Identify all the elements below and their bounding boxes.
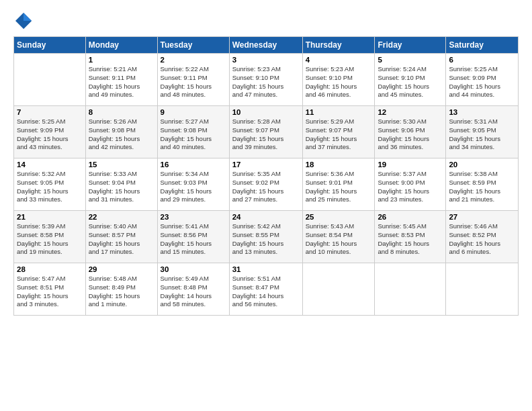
weekday-header-monday: Monday: [85, 37, 157, 54]
day-info: Sunrise: 5:45 AM Sunset: 8:53 PM Dayligh…: [378, 222, 443, 257]
day-number: 15: [89, 161, 154, 169]
day-info: Sunrise: 5:48 AM Sunset: 8:49 PM Dayligh…: [89, 275, 154, 309]
day-info: Sunrise: 5:49 AM Sunset: 8:48 PM Dayligh…: [161, 275, 226, 309]
day-info: Sunrise: 5:39 AM Sunset: 8:58 PM Dayligh…: [17, 222, 83, 257]
calendar-cell: 3Sunrise: 5:23 AM Sunset: 9:10 PM Daylig…: [229, 54, 302, 106]
day-number: 3: [232, 56, 300, 64]
calendar-cell: [14, 54, 86, 106]
day-info: Sunrise: 5:28 AM Sunset: 9:07 PM Dayligh…: [232, 118, 300, 152]
day-info: Sunrise: 5:23 AM Sunset: 9:10 PM Dayligh…: [306, 65, 372, 99]
day-info: Sunrise: 5:40 AM Sunset: 8:57 PM Dayligh…: [89, 222, 154, 257]
day-number: 17: [232, 161, 300, 169]
day-number: 30: [161, 265, 226, 273]
day-number: 12: [378, 108, 443, 116]
day-info: Sunrise: 5:26 AM Sunset: 9:08 PM Dayligh…: [89, 118, 154, 152]
day-info: Sunrise: 5:33 AM Sunset: 9:04 PM Dayligh…: [89, 170, 154, 204]
week-row-5: 28Sunrise: 5:47 AM Sunset: 8:51 PM Dayli…: [14, 263, 519, 316]
day-info: Sunrise: 5:22 AM Sunset: 9:11 PM Dayligh…: [161, 65, 226, 99]
calendar-cell: 22Sunrise: 5:40 AM Sunset: 8:57 PM Dayli…: [85, 211, 157, 263]
day-info: Sunrise: 5:31 AM Sunset: 9:05 PM Dayligh…: [449, 118, 515, 152]
calendar-cell: [446, 263, 519, 316]
day-info: Sunrise: 5:27 AM Sunset: 9:08 PM Dayligh…: [161, 118, 226, 152]
day-info: Sunrise: 5:42 AM Sunset: 8:55 PM Dayligh…: [232, 222, 300, 257]
day-number: 28: [17, 265, 83, 273]
calendar-cell: 17Sunrise: 5:35 AM Sunset: 9:02 PM Dayli…: [229, 158, 302, 211]
calendar-cell: [375, 263, 446, 316]
day-info: Sunrise: 5:46 AM Sunset: 8:52 PM Dayligh…: [449, 222, 515, 257]
day-number: 22: [89, 213, 154, 221]
calendar-cell: 9Sunrise: 5:27 AM Sunset: 9:08 PM Daylig…: [157, 106, 229, 158]
calendar-cell: 6Sunrise: 5:25 AM Sunset: 9:09 PM Daylig…: [446, 54, 519, 106]
week-row-2: 7Sunrise: 5:25 AM Sunset: 9:09 PM Daylig…: [14, 106, 519, 158]
day-number: 25: [306, 213, 372, 221]
weekday-header-sunday: Sunday: [14, 37, 86, 54]
weekday-header-row: SundayMondayTuesdayWednesdayThursdayFrid…: [14, 37, 519, 54]
calendar-table: SundayMondayTuesdayWednesdayThursdayFrid…: [13, 36, 519, 316]
day-info: Sunrise: 5:23 AM Sunset: 9:10 PM Dayligh…: [232, 65, 300, 99]
weekday-header-thursday: Thursday: [302, 37, 375, 54]
day-info: Sunrise: 5:24 AM Sunset: 9:10 PM Dayligh…: [378, 65, 443, 99]
day-number: 27: [449, 213, 515, 221]
weekday-header-friday: Friday: [375, 37, 446, 54]
calendar-cell: 8Sunrise: 5:26 AM Sunset: 9:08 PM Daylig…: [85, 106, 157, 158]
day-number: 2: [161, 56, 226, 64]
header: [13, 11, 519, 31]
day-info: Sunrise: 5:32 AM Sunset: 9:05 PM Dayligh…: [17, 170, 83, 204]
day-info: Sunrise: 5:21 AM Sunset: 9:11 PM Dayligh…: [89, 65, 154, 99]
calendar-cell: 28Sunrise: 5:47 AM Sunset: 8:51 PM Dayli…: [14, 263, 86, 316]
day-number: 16: [161, 161, 226, 169]
calendar-cell: 19Sunrise: 5:37 AM Sunset: 9:00 PM Dayli…: [375, 158, 446, 211]
day-number: 23: [161, 213, 226, 221]
week-row-1: 1Sunrise: 5:21 AM Sunset: 9:11 PM Daylig…: [14, 54, 519, 106]
calendar-cell: 21Sunrise: 5:39 AM Sunset: 8:58 PM Dayli…: [14, 211, 86, 263]
logo: [13, 11, 36, 31]
day-number: 13: [449, 108, 515, 116]
week-row-3: 14Sunrise: 5:32 AM Sunset: 9:05 PM Dayli…: [14, 158, 519, 211]
calendar-cell: 13Sunrise: 5:31 AM Sunset: 9:05 PM Dayli…: [446, 106, 519, 158]
calendar-cell: [302, 263, 375, 316]
calendar-cell: 5Sunrise: 5:24 AM Sunset: 9:10 PM Daylig…: [375, 54, 446, 106]
calendar-cell: 15Sunrise: 5:33 AM Sunset: 9:04 PM Dayli…: [85, 158, 157, 211]
calendar-cell: 29Sunrise: 5:48 AM Sunset: 8:49 PM Dayli…: [85, 263, 157, 316]
calendar-cell: 31Sunrise: 5:51 AM Sunset: 8:47 PM Dayli…: [229, 263, 302, 316]
calendar-cell: 11Sunrise: 5:29 AM Sunset: 9:07 PM Dayli…: [302, 106, 375, 158]
weekday-header-tuesday: Tuesday: [157, 37, 229, 54]
day-number: 26: [378, 213, 443, 221]
day-number: 20: [449, 161, 515, 169]
calendar-cell: 18Sunrise: 5:36 AM Sunset: 9:01 PM Dayli…: [302, 158, 375, 211]
day-number: 4: [306, 56, 372, 64]
logo-icon: [13, 11, 34, 31]
calendar-cell: 24Sunrise: 5:42 AM Sunset: 8:55 PM Dayli…: [229, 211, 302, 263]
calendar-cell: 2Sunrise: 5:22 AM Sunset: 9:11 PM Daylig…: [157, 54, 229, 106]
calendar-cell: 7Sunrise: 5:25 AM Sunset: 9:09 PM Daylig…: [14, 106, 86, 158]
week-row-4: 21Sunrise: 5:39 AM Sunset: 8:58 PM Dayli…: [14, 211, 519, 263]
calendar-cell: 25Sunrise: 5:43 AM Sunset: 8:54 PM Dayli…: [302, 211, 375, 263]
day-info: Sunrise: 5:34 AM Sunset: 9:03 PM Dayligh…: [161, 170, 226, 204]
day-info: Sunrise: 5:41 AM Sunset: 8:56 PM Dayligh…: [161, 222, 226, 257]
weekday-header-wednesday: Wednesday: [229, 37, 302, 54]
day-number: 7: [17, 108, 83, 116]
day-number: 21: [17, 213, 83, 221]
weekday-header-saturday: Saturday: [446, 37, 519, 54]
day-info: Sunrise: 5:25 AM Sunset: 9:09 PM Dayligh…: [449, 65, 515, 99]
day-number: 18: [306, 161, 372, 169]
day-number: 6: [449, 56, 515, 64]
svg-marker-2: [24, 21, 32, 29]
page: SundayMondayTuesdayWednesdayThursdayFrid…: [0, 0, 532, 411]
calendar-cell: 12Sunrise: 5:30 AM Sunset: 9:06 PM Dayli…: [375, 106, 446, 158]
calendar-cell: 1Sunrise: 5:21 AM Sunset: 9:11 PM Daylig…: [85, 54, 157, 106]
svg-marker-1: [24, 13, 32, 21]
calendar-cell: 4Sunrise: 5:23 AM Sunset: 9:10 PM Daylig…: [302, 54, 375, 106]
day-number: 31: [232, 265, 300, 273]
day-info: Sunrise: 5:25 AM Sunset: 9:09 PM Dayligh…: [17, 118, 83, 152]
day-info: Sunrise: 5:47 AM Sunset: 8:51 PM Dayligh…: [17, 275, 83, 309]
day-info: Sunrise: 5:36 AM Sunset: 9:01 PM Dayligh…: [306, 170, 372, 204]
calendar-cell: 23Sunrise: 5:41 AM Sunset: 8:56 PM Dayli…: [157, 211, 229, 263]
day-info: Sunrise: 5:38 AM Sunset: 8:59 PM Dayligh…: [449, 170, 515, 204]
day-number: 11: [306, 108, 372, 116]
calendar-cell: 26Sunrise: 5:45 AM Sunset: 8:53 PM Dayli…: [375, 211, 446, 263]
calendar-cell: 14Sunrise: 5:32 AM Sunset: 9:05 PM Dayli…: [14, 158, 86, 211]
calendar-cell: 30Sunrise: 5:49 AM Sunset: 8:48 PM Dayli…: [157, 263, 229, 316]
day-number: 24: [232, 213, 300, 221]
day-number: 5: [378, 56, 443, 64]
